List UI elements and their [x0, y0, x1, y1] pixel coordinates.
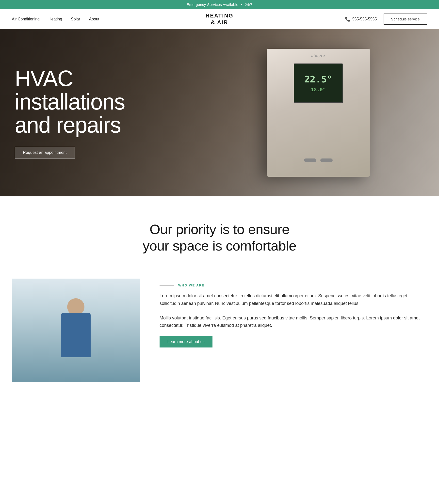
announcement-text: Emergency Services Available — [187, 2, 238, 7]
who-we-are-paragraph-2: Mollis volutpat tristique facilisis. Ege… — [160, 314, 427, 329]
phone-display: 📞 555-555-5555 — [345, 16, 377, 22]
nav-link-solar[interactable]: Solar — [71, 17, 80, 21]
schedule-service-button[interactable]: Schedule service — [384, 14, 427, 25]
nav-link-air-conditioning[interactable]: Air Conditioning — [12, 17, 40, 21]
priority-heading-line1: Our priority is to ensure — [150, 221, 290, 237]
phone-icon: 📞 — [345, 16, 350, 22]
thermostat-image: stelpro 22.5° 18.0° — [267, 49, 370, 177]
thermostat-brand: stelpro — [311, 54, 325, 58]
nav-right: 📞 555-555-5555 Schedule service — [345, 14, 427, 25]
thermostat-controls — [304, 158, 333, 162]
thermostat-temp-sub: 18.0° — [311, 87, 326, 93]
hero-content: HVAC installations and repairs Request a… — [0, 67, 140, 158]
phone-number-text: 555-555-5555 — [352, 17, 377, 21]
nav-links: Air Conditioning Heating Solar About — [12, 17, 99, 21]
hero-image-area: stelpro 22.5° 18.0° — [197, 29, 439, 196]
technician-figure — [41, 293, 110, 382]
hero-title: HVAC installations and repairs — [15, 67, 125, 137]
thermostat-temp-main: 22.5° — [304, 74, 332, 85]
hero-section: HVAC installations and repairs Request a… — [0, 29, 439, 196]
navbar: Air Conditioning Heating Solar About HEA… — [0, 9, 439, 29]
logo-line1: HEATING — [206, 13, 233, 19]
nav-link-about[interactable]: About — [89, 17, 99, 21]
section-label-who-we-are: WHO WE ARE — [160, 284, 427, 287]
announcement-bar: Emergency Services Available • 24/7 — [0, 0, 439, 9]
priority-heading: Our priority is to ensure your space is … — [12, 221, 427, 254]
who-we-are-image — [12, 279, 140, 382]
who-we-are-section: WHO WE ARE Lorem ipsum dolor sit amet co… — [0, 274, 439, 402]
hero-title-line2: installations — [15, 90, 125, 114]
thermostat-button-1 — [304, 158, 316, 162]
hero-title-line3: and repairs — [15, 113, 121, 137]
thermostat-screen: 22.5° 18.0° — [294, 63, 343, 103]
logo-line2: & AIR — [211, 19, 228, 25]
site-logo: HEATING & AIR — [206, 13, 233, 26]
who-we-are-paragraph-1: Lorem ipsum dolor sit amet consectetur. … — [160, 292, 427, 307]
technician-body — [61, 313, 91, 357]
who-we-are-content: WHO WE ARE Lorem ipsum dolor sit amet co… — [160, 279, 427, 347]
hero-title-line1: HVAC — [15, 66, 73, 91]
thermostat-button-2 — [320, 158, 333, 162]
announcement-availability: 24/7 — [245, 2, 252, 7]
priority-section: Our priority is to ensure your space is … — [0, 196, 439, 274]
announcement-separator: • — [241, 2, 242, 7]
priority-heading-line2: your space is comfortable — [143, 238, 296, 253]
learn-more-button[interactable]: Learn more about us — [160, 336, 212, 347]
nav-link-heating[interactable]: Heating — [49, 17, 62, 21]
hero-cta-button[interactable]: Request an appointment — [15, 147, 75, 158]
